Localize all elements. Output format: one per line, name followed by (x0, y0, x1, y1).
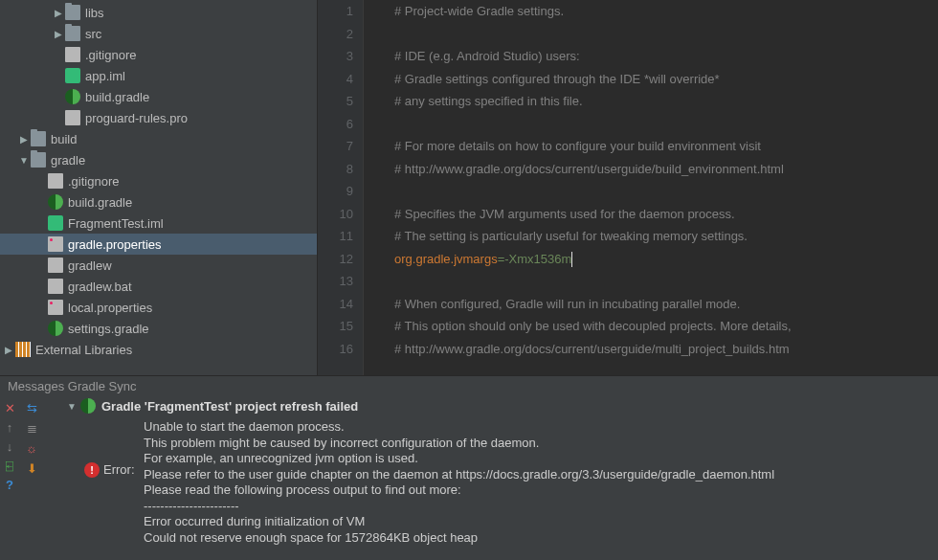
folder-icon (31, 152, 46, 168)
gradle-icon (48, 321, 63, 336)
tree-item-src[interactable]: ▶src (0, 23, 317, 44)
tree-item-label: src (85, 27, 101, 41)
tree-icon[interactable]: ⇆ (27, 401, 37, 415)
code-area[interactable]: # Project-wide Gradle settings. # IDE (e… (364, 0, 938, 375)
error-label: Error: (103, 462, 138, 546)
tree-item--gitignore[interactable]: .gitignore (0, 44, 317, 65)
folder-icon (65, 5, 80, 20)
file-icon (48, 279, 63, 294)
line-gutter: 12345678910111213141516 (318, 0, 364, 375)
project-tree: ▶libs▶src.gitignoreapp.imlbuild.gradlepr… (0, 0, 318, 375)
expand-icon[interactable]: ▶ (52, 8, 65, 18)
tree-item-label: gradlew.bat (68, 280, 132, 294)
gear-icon[interactable]: ☼ (26, 441, 37, 456)
tree-item-proguard-rules-pro[interactable]: proguard-rules.pro (0, 107, 317, 128)
down-icon[interactable]: ↓ (3, 439, 16, 453)
expand-icon[interactable]: ▶ (2, 345, 15, 355)
tree-item-label: FragmentTest.iml (68, 216, 164, 231)
tree-item-build[interactable]: ▶build (0, 128, 317, 149)
tree-item-label: app.iml (85, 69, 125, 83)
gradle-icon (80, 398, 96, 414)
tree-item-gradlew-bat[interactable]: gradlew.bat (0, 276, 317, 297)
file-icon (65, 47, 80, 62)
iml-icon (65, 68, 80, 83)
tree-item-label: settings.gradle (68, 322, 149, 336)
tree-item-gradlew[interactable]: gradlew (0, 255, 317, 276)
expand-icon[interactable]: ▼ (17, 155, 31, 166)
tree-item-label: build.gradle (68, 195, 132, 210)
tree-item-settings-gradle[interactable]: settings.gradle (0, 318, 317, 339)
gradle-icon (48, 194, 63, 210)
export-icon[interactable]: ⍇ (3, 459, 16, 472)
file-icon (65, 110, 80, 125)
list-icon[interactable]: ≣ (27, 421, 37, 436)
tree-item-label: build.gradle (85, 90, 149, 104)
tree-item-external-libraries[interactable]: ▶External Libraries (0, 339, 317, 360)
code-editor[interactable]: 12345678910111213141516 # Project-wide G… (318, 0, 938, 375)
tree-item-app-iml[interactable]: app.iml (0, 65, 317, 86)
props-icon (48, 236, 63, 252)
tree-item-label: .gitignore (68, 174, 119, 189)
tree-item-build-gradle[interactable]: build.gradle (0, 86, 317, 107)
error-icon: ! (84, 462, 100, 478)
folder-icon (31, 131, 46, 146)
expand-icon[interactable]: ▶ (17, 134, 31, 145)
messages-title: Gradle 'FragmentTest' project refresh fa… (101, 399, 358, 414)
tree-item-gradle-properties[interactable]: gradle.properties (0, 234, 317, 255)
tree-item-label: gradlew (68, 258, 112, 273)
close-icon[interactable]: ✕ (3, 401, 16, 414)
file-icon (48, 173, 63, 189)
tree-item-local-properties[interactable]: local.properties (0, 297, 317, 318)
iml-icon (48, 215, 63, 231)
tree-item-label: External Libraries (35, 343, 132, 357)
folder-icon (65, 26, 80, 41)
expand-icon[interactable]: ▶ (52, 29, 65, 39)
tree-item-label: local.properties (68, 301, 152, 315)
help-icon[interactable]: ? (3, 478, 16, 491)
file-icon (48, 258, 63, 273)
error-text[interactable]: Unable to start the daemon process.This … (144, 416, 774, 546)
messages-panel: ✕ ↑ ↓ ⍇ ? ⇆ ≣ ☼ ⬇ ▼ Gradle 'FragmentTest… (0, 395, 938, 560)
messages-error-header[interactable]: ▼ Gradle 'FragmentTest' project refresh … (67, 395, 938, 416)
chevron-down-icon: ▼ (67, 401, 80, 412)
props-icon (48, 300, 63, 315)
tree-item-label: gradle (51, 153, 85, 168)
tree-item-build-gradle[interactable]: build.gradle (0, 191, 317, 213)
up-icon[interactable]: ↑ (3, 420, 16, 434)
tree-item-label: gradle.properties (68, 237, 162, 252)
gradle-icon (65, 89, 80, 104)
tree-item-gradle[interactable]: ▼gradle (0, 149, 317, 170)
tree-item-label: proguard-rules.pro (85, 111, 188, 125)
tree-item-libs[interactable]: ▶libs (0, 2, 317, 23)
messages-toolbar-left2: ⇆ ≣ ☼ ⬇ (19, 395, 44, 560)
tree-item-label: build (51, 132, 77, 146)
lib-icon (15, 342, 31, 357)
tree-item-label: .gitignore (85, 48, 136, 62)
messages-toolbar-left: ✕ ↑ ↓ ⍇ ? (0, 395, 19, 560)
tree-item--gitignore[interactable]: .gitignore (0, 170, 317, 191)
tree-item-label: libs (85, 6, 104, 20)
download-icon[interactable]: ⬇ (27, 461, 37, 476)
tree-item-fragmenttest-iml[interactable]: FragmentTest.iml (0, 213, 317, 234)
messages-tab-label: Messages Gradle Sync (8, 379, 136, 393)
messages-tab[interactable]: Messages Gradle Sync (0, 375, 938, 395)
